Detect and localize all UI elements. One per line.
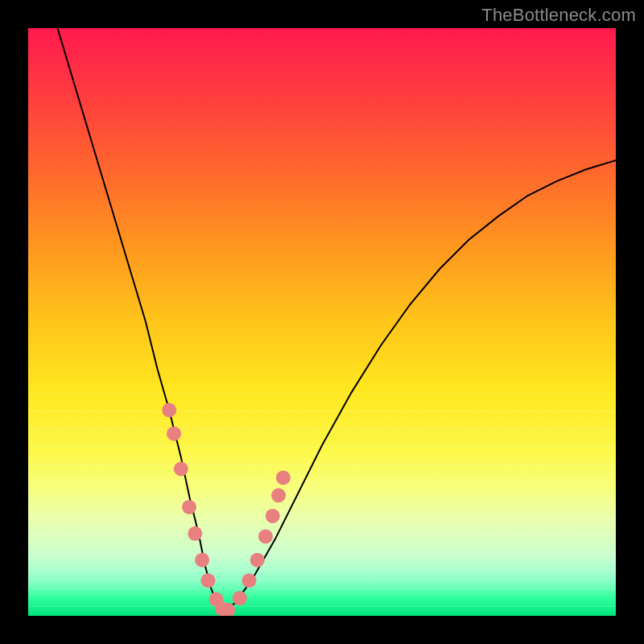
highlight-dot	[242, 573, 256, 588]
highlight-dot	[233, 591, 247, 605]
watermark-text: TheBottleneck.com	[481, 5, 636, 26]
plot-area	[28, 28, 616, 616]
highlight-dots	[162, 403, 291, 617]
highlight-dot	[162, 403, 176, 418]
highlight-dot	[188, 526, 202, 541]
highlight-dot	[271, 488, 286, 502]
bottleneck-curve	[58, 28, 617, 610]
highlight-dot	[195, 553, 209, 568]
chart-frame: TheBottleneck.com	[0, 0, 644, 644]
highlight-dot	[167, 427, 181, 441]
highlight-dot	[258, 529, 273, 543]
highlight-dot	[266, 509, 280, 523]
highlight-dot	[276, 470, 291, 485]
highlight-dot	[200, 573, 215, 588]
highlight-dot	[182, 500, 196, 514]
highlight-dot	[174, 462, 188, 477]
chart-svg	[28, 28, 616, 616]
highlight-dot	[250, 553, 265, 568]
